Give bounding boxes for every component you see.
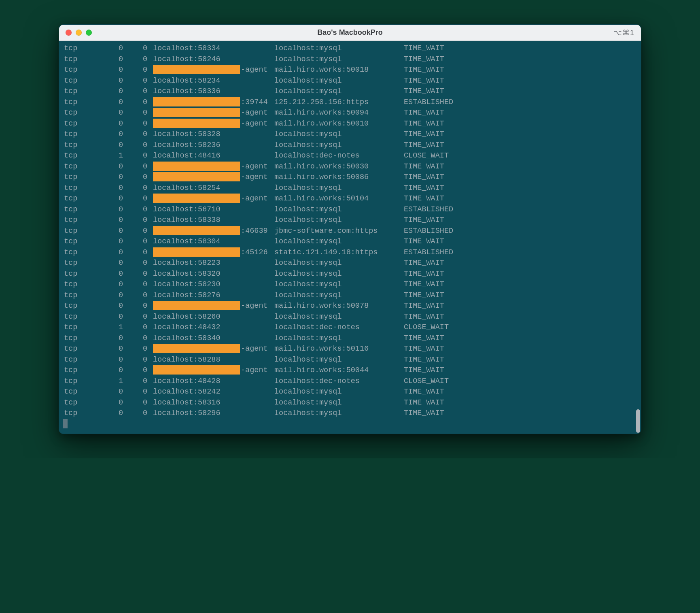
local-addr-cell: localhost:58334 [153,43,274,54]
recvq-cell: 0 [92,333,129,344]
state-cell: TIME_WAIT [404,140,493,151]
proto-cell: tcp [64,140,92,151]
remote-addr-cell: localhost:mysql [274,43,404,54]
sendq-cell: 0 [129,333,153,344]
redacted-block [153,97,240,106]
scrollbar-thumb[interactable] [636,409,640,433]
state-cell: TIME_WAIT [404,194,493,204]
recvq-cell: 0 [92,65,129,76]
netstat-row: tcp10localhost:48432localhost:dec-notesC… [59,322,641,333]
proto-cell: tcp [64,183,92,194]
sendq-cell: 0 [129,119,153,130]
state-cell: TIME_WAIT [404,86,493,97]
state-cell: TIME_WAIT [404,65,493,76]
local-addr-cell: -agent [153,172,274,183]
scrollbar[interactable] [636,41,640,434]
remote-addr-cell: localhost:dec-notes [274,376,404,387]
state-cell: ESTABLISHED [404,204,493,215]
terminal-output[interactable]: tcp00localhost:58334localhost:mysqlTIME_… [59,41,641,434]
local-addr-cell: -agent [153,119,274,130]
local-addr-cell: localhost:58254 [153,183,274,194]
recvq-cell: 0 [92,108,129,119]
local-addr-cell: localhost:48416 [153,151,274,162]
netstat-row: tcp00-agentmail.hiro.works:50010TIME_WAI… [59,119,641,130]
proto-cell: tcp [64,151,92,162]
sendq-cell: 0 [129,247,153,258]
local-addr-cell: :45126 [153,247,274,258]
proto-cell: tcp [64,215,92,226]
remote-addr-cell: localhost:dec-notes [274,322,404,333]
remote-addr-cell: mail.hiro.works:50078 [274,301,404,312]
recvq-cell: 0 [92,129,129,140]
local-addr-cell: localhost:58234 [153,76,274,87]
netstat-row: tcp00-agentmail.hiro.works:50030TIME_WAI… [59,162,641,172]
proto-cell: tcp [64,65,92,76]
sendq-cell: 0 [129,322,153,333]
proto-cell: tcp [64,333,92,344]
recvq-cell: 0 [92,76,129,87]
state-cell: TIME_WAIT [404,269,493,280]
recvq-cell: 0 [92,279,129,290]
proto-cell: tcp [64,236,92,247]
local-addr-cell: localhost:58340 [153,333,274,344]
proto-cell: tcp [64,290,92,301]
local-addr-cell: localhost:48428 [153,376,274,387]
state-cell: TIME_WAIT [404,365,493,376]
netstat-row: tcp00:39744125.212.250.156:httpsESTABLIS… [59,97,641,108]
minimize-button[interactable] [76,30,82,36]
remote-addr-cell: static.121.149.18:https [274,247,404,258]
netstat-row: tcp00localhost:58340localhost:mysqlTIME_… [59,333,641,344]
state-cell: TIME_WAIT [404,355,493,366]
local-addr-cell: localhost:58320 [153,269,274,280]
local-addr-cell: -agent [153,162,274,172]
recvq-cell: 0 [92,226,129,237]
netstat-row: tcp00localhost:58242localhost:mysqlTIME_… [59,387,641,398]
remote-addr-cell: localhost:mysql [274,129,404,140]
proto-cell: tcp [64,387,92,398]
recvq-cell: 0 [92,355,129,366]
sendq-cell: 0 [129,226,153,237]
recvq-cell: 0 [92,365,129,376]
state-cell: TIME_WAIT [404,43,493,54]
redacted-block [153,247,240,257]
remote-addr-cell: mail.hiro.works:50104 [274,194,404,204]
recvq-cell: 0 [92,344,129,355]
remote-addr-cell: localhost:mysql [274,290,404,301]
remote-addr-cell: localhost:mysql [274,140,404,151]
remote-addr-cell: localhost:mysql [274,269,404,280]
sendq-cell: 0 [129,162,153,172]
state-cell: CLOSE_WAIT [404,151,493,162]
local-addr-cell: -agent [153,344,274,355]
remote-addr-cell: mail.hiro.works:50094 [274,108,404,119]
state-cell: TIME_WAIT [404,108,493,119]
netstat-row: tcp00:45126static.121.149.18:httpsESTABL… [59,247,641,258]
state-cell: TIME_WAIT [404,172,493,183]
proto-cell: tcp [64,312,92,323]
recvq-cell: 0 [92,312,129,323]
close-button[interactable] [66,30,72,36]
traffic-lights [66,30,92,36]
proto-cell: tcp [64,365,92,376]
prompt-line[interactable] [59,419,641,430]
local-addr-cell: localhost:48432 [153,322,274,333]
state-cell: TIME_WAIT [404,333,493,344]
netstat-row: tcp00localhost:58316localhost:mysqlTIME_… [59,398,641,409]
sendq-cell: 0 [129,65,153,76]
proto-cell: tcp [64,408,92,419]
redacted-block [153,65,240,74]
redacted-block [153,365,240,375]
remote-addr-cell: mail.hiro.works:50116 [274,344,404,355]
titlebar[interactable]: Bao's MacbookPro ⌥⌘1 [59,25,641,41]
proto-cell: tcp [64,344,92,355]
zoom-button[interactable] [86,30,92,36]
proto-cell: tcp [64,43,92,54]
proto-cell: tcp [64,269,92,280]
proto-cell: tcp [64,54,92,65]
redacted-block [153,344,240,353]
local-addr-cell: -agent [153,108,274,119]
state-cell: TIME_WAIT [404,183,493,194]
sendq-cell: 0 [129,301,153,312]
recvq-cell: 0 [92,119,129,130]
local-addr-cell: localhost:58338 [153,215,274,226]
recvq-cell: 0 [92,215,129,226]
